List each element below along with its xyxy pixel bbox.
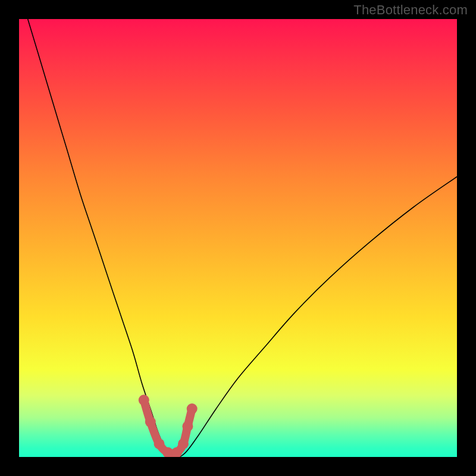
marker-dot [178,439,189,449]
curve-layer [19,19,457,457]
marker-dot [139,394,149,405]
chart-frame: TheBottleneck.com [0,0,476,476]
plot-area [19,19,457,457]
marker-dots [139,394,198,457]
marker-dot [187,403,198,414]
marker-dot [154,439,165,449]
watermark-text: TheBottleneck.com [353,2,468,18]
marker-dot [182,421,193,432]
bottleneck-curve [28,19,457,457]
marker-dot [145,416,156,427]
